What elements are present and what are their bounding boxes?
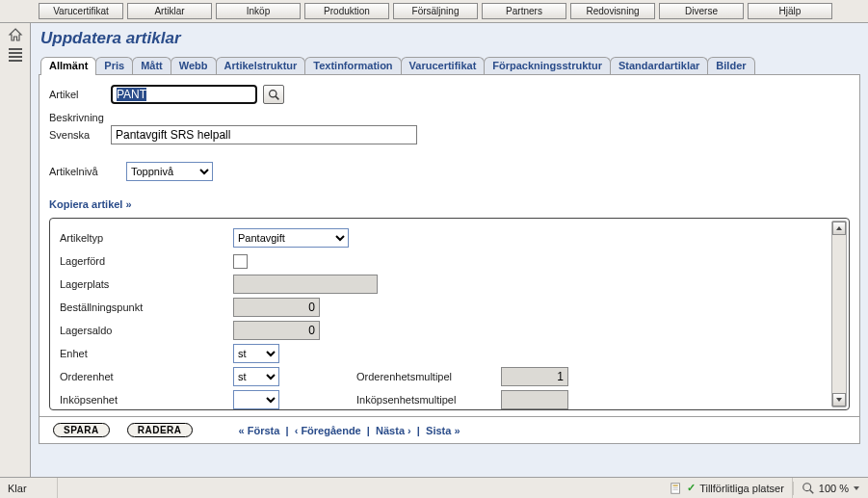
left-gutter — [0, 23, 31, 477]
topmenu-produktion[interactable]: Produktion — [304, 3, 389, 19]
lagerford-field[interactable] — [233, 254, 248, 269]
svg-point-0 — [269, 90, 276, 96]
bestallningspunkt-label: Beställningspunkt — [60, 301, 233, 313]
status-ready: Klar — [0, 478, 58, 498]
pager: « Första | ‹ Föregående | Nästa › | Sist… — [239, 425, 460, 436]
zoom-icon — [802, 482, 815, 495]
grid-row-lagersaldo: Lagersaldo — [60, 319, 826, 342]
search-icon — [268, 89, 280, 101]
inkop-col2-label: Inköpsenhetsmultipel — [356, 394, 501, 406]
topmenu-försäljning[interactable]: Försäljning — [393, 3, 478, 19]
detail-grid: ArtikeltypPantavgiftLagerfördLagerplatsB… — [49, 218, 850, 410]
inkop-field[interactable] — [233, 390, 279, 409]
inkop-label: Inköpsenhet — [60, 394, 233, 406]
svenska-label: Svenska — [49, 129, 111, 141]
artikelniva-select[interactable]: Toppnivå — [126, 162, 213, 181]
action-bar: SPARA RADERA « Första | ‹ Föregående | N… — [39, 417, 860, 444]
svg-point-6 — [803, 483, 811, 490]
artikel-label: Artikel — [49, 89, 111, 100]
artikelniva-label: Artikelnivå — [49, 166, 126, 177]
main-panel: Uppdatera artiklar AllmäntPrisMåttWebbAr… — [31, 23, 868, 477]
enhet-field[interactable]: st — [233, 344, 279, 363]
inkop-col2-field — [501, 390, 568, 409]
tab-standardartiklar[interactable]: Standardartiklar — [610, 57, 708, 74]
scroll-down-icon[interactable] — [832, 393, 846, 406]
svg-rect-5 — [673, 488, 678, 489]
tab-pris[interactable]: Pris — [95, 57, 133, 74]
svg-rect-4 — [673, 487, 678, 488]
tab-varucertifikat[interactable]: Varucertifikat — [401, 57, 486, 74]
grid-row-enhet: Enhetst — [60, 342, 826, 365]
top-menu: VarucertifikatArtiklarInköpProduktionFör… — [0, 0, 868, 23]
grid-row-lagerford: Lagerförd — [60, 249, 826, 273]
pager-first[interactable]: « Första — [239, 425, 280, 436]
page-icon — [670, 482, 683, 495]
grid-row-inkop: InköpsenhetInköpsenhetsmultipel — [60, 388, 826, 410]
svg-line-7 — [810, 489, 814, 493]
lookup-button[interactable] — [263, 85, 284, 104]
topmenu-varucertifikat[interactable]: Varucertifikat — [39, 3, 123, 19]
grid-row-artikeltyp: ArtikeltypPantavgift — [60, 226, 826, 249]
topmenu-redovisning[interactable]: Redovisning — [570, 3, 655, 19]
topmenu-partners[interactable]: Partners — [482, 3, 566, 19]
tab-webb[interactable]: Webb — [171, 57, 217, 74]
svenska-input[interactable] — [111, 125, 417, 144]
pager-next[interactable]: Nästa › — [376, 425, 411, 436]
check-icon: ✓ — [687, 482, 696, 494]
svg-line-1 — [276, 96, 278, 99]
topmenu-inköp[interactable]: Inköp — [216, 3, 301, 19]
lagersaldo-label: Lagersaldo — [60, 325, 233, 336]
lagerford-label: Lagerförd — [60, 255, 233, 267]
tab-bilder[interactable]: Bilder — [707, 57, 754, 74]
beskrivning-heading: Beskrivning — [49, 112, 850, 123]
topmenu-diverse[interactable]: Diverse — [659, 3, 744, 19]
artikeltyp-field[interactable]: Pantavgift — [233, 228, 349, 248]
tab-artikelstruktur[interactable]: Artikelstruktur — [216, 57, 306, 74]
tab-mått[interactable]: Mått — [132, 57, 171, 74]
tab-allmänt[interactable]: Allmänt — [40, 57, 96, 75]
topmenu-hjälp[interactable]: Hjälp — [748, 3, 832, 19]
status-bar: Klar ✓ Tillförlitliga platser 100 % — [0, 477, 868, 498]
tab-row: AllmäntPrisMåttWebbArtikelstrukturTextin… — [39, 56, 860, 75]
artikeltyp-label: Artikeltyp — [60, 232, 233, 244]
pager-last[interactable]: Sista » — [426, 425, 460, 436]
lagerplats-field — [233, 275, 378, 294]
tab-panel: Artikel Beskrivning Svenska Artikelnivå … — [39, 75, 860, 417]
kopiera-link[interactable]: Kopiera artikel » — [49, 198, 132, 210]
status-trusted: ✓ Tillförlitliga platser — [662, 478, 793, 498]
grid-row-bestallningspunkt: Beställningspunkt — [60, 296, 826, 319]
grid-row-orderenhet: OrderenhetstOrderenhetsmultipel — [60, 365, 826, 388]
grid-row-lagerplats: Lagerplats — [60, 273, 826, 296]
pager-prev[interactable]: ‹ Föregående — [295, 425, 361, 436]
home-icon[interactable] — [8, 27, 23, 42]
topmenu-artiklar[interactable]: Artiklar — [127, 3, 212, 19]
lagerplats-label: Lagerplats — [60, 278, 233, 290]
lagersaldo-field — [233, 321, 320, 340]
delete-button[interactable]: RADERA — [127, 423, 193, 437]
tab-förpackningsstruktur[interactable]: Förpackningsstruktur — [484, 57, 611, 74]
scroll-up-icon[interactable] — [832, 222, 846, 235]
page-title: Uppdatera artiklar — [40, 29, 860, 48]
save-button[interactable]: SPARA — [53, 423, 110, 437]
bestallningspunkt-field — [233, 298, 320, 317]
tab-textinformation[interactable]: Textinformation — [304, 57, 401, 74]
orderenhet-col2-field — [501, 367, 568, 386]
svg-rect-3 — [673, 485, 678, 485]
zoom-control[interactable]: 100 % — [793, 482, 868, 495]
orderenhet-label: Orderenhet — [60, 371, 233, 382]
layout: Uppdatera artiklar AllmäntPrisMåttWebbAr… — [0, 23, 868, 477]
grid-scrollbar[interactable] — [831, 221, 847, 407]
artikel-input[interactable] — [111, 85, 257, 104]
chevron-down-icon[interactable] — [853, 485, 860, 492]
orderenhet-field[interactable]: st — [233, 367, 279, 386]
orderenhet-col2-label: Orderenhetsmultipel — [356, 371, 501, 382]
enhet-label: Enhet — [60, 348, 233, 359]
menu-icon[interactable] — [9, 48, 22, 62]
